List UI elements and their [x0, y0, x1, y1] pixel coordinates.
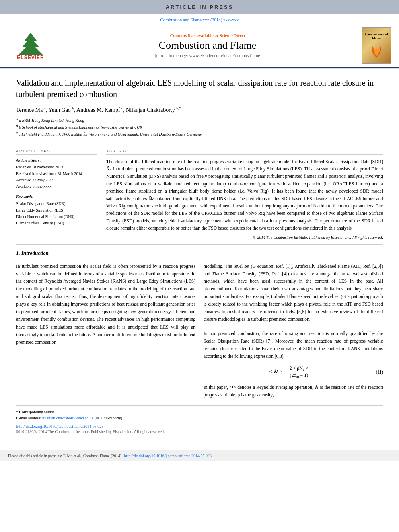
keywords-label: Keywords:: [16, 195, 97, 199]
formula-number: (1i): [376, 369, 383, 375]
divider-2: [16, 244, 383, 245]
keyword-3: Flame Surface Density (FSD): [16, 220, 97, 226]
elsevier-label: ELSEVIER: [17, 55, 44, 60]
abstract-text: The closure of the filtered reaction rat…: [106, 158, 383, 232]
intro-right-text-3: In this paper, <•> denotes a Reynolds av…: [204, 384, 383, 399]
journal-title-center: Contents lists available at ScienceDirec…: [55, 33, 360, 58]
keyword-1: Large Eddy Simulation (LES): [16, 207, 97, 214]
keyword-2: Direct Numerical Simulation (DNS): [16, 214, 97, 220]
article-history-section: Article history: Received 18 November 20…: [16, 158, 97, 190]
keywords-section: Keywords: Scalar Dissipation Rate (SDR) …: [16, 195, 97, 226]
doi-footer: http://dx.doi.org/10.1016/j.combustflame…: [16, 424, 383, 429]
doi-header-line: Combustion and Flame xxx (2014) xxx–xxx: [0, 17, 399, 22]
cover-flame-icon: [364, 42, 389, 58]
header-area: Combustion and Flame xxx (2014) xxx–xxx …: [0, 14, 399, 69]
footnote-section: * Corresponding author. E-mail address: …: [16, 405, 383, 421]
corresponding-author-note: * Corresponding author.: [16, 409, 383, 415]
main-content: Validation and implementation of algebra…: [0, 69, 399, 442]
affiliation-b: b b School of Mechanical and Systems Eng…: [16, 123, 383, 130]
abstract-heading: ABSTRACT: [106, 149, 383, 155]
cite-label: Please cite this article in press as: T.…: [8, 454, 123, 458]
authors-line: Terence Ma a, Yuan Gao b, Andreas M. Kem…: [16, 106, 383, 113]
history-item-2: Accepted 27 May 2014: [16, 177, 97, 183]
keyword-0: Scalar Dissipation Rate (SDR): [16, 201, 97, 207]
divider-1: [16, 144, 383, 144]
history-label: Article history:: [16, 158, 97, 162]
body-two-col: In turbulent premixed combustion the sca…: [16, 263, 383, 399]
sciencedirect-line: Contents lists available at ScienceDirec…: [55, 33, 360, 38]
section-1-title: 1. Introduction: [16, 250, 383, 256]
journal-homepage: journal homepage: www.elsevier.com/locat…: [55, 53, 360, 58]
affiliations: a a ERM-Hong Kong Limited, Hong Kong b b…: [16, 117, 383, 138]
affiliation-a: a a ERM-Hong Kong Limited, Hong Kong: [16, 117, 383, 123]
journal-ref: Combustion and Flame xxx (2014) xxx–xxx: [160, 17, 239, 22]
article-in-press-banner: ARTICLE IN PRESS: [0, 0, 399, 14]
cite-link[interactable]: http://dx.doi.org/10.1016/j.combustflame…: [124, 454, 212, 458]
body-right-col: modelling. The level-set (G-equation, Re…: [204, 263, 383, 399]
formula-fraction: 2 < ρNc > (2cm − 1): [288, 365, 311, 379]
intro-right-text-2: In non-premixed combustion, the rate of …: [204, 330, 383, 360]
blue-divider: [0, 67, 399, 68]
bottom-footer: Please cite this article in press as: T.…: [0, 450, 399, 461]
abstract-col: ABSTRACT The closure of the filtered rea…: [106, 149, 383, 240]
article-title: Validation and implementation of algebra…: [16, 77, 383, 100]
formula-block: < ẇ > = 2 < ρNc > (2cm − 1) (1i): [204, 365, 383, 379]
email-note: E-mail address: nilanjan.chakraborty@ncl…: [16, 415, 383, 421]
elsevier-logo: ELSEVIER: [6, 31, 55, 60]
journal-cover: Combustion and Flame: [360, 27, 393, 64]
issn-line: 0010-2180/© 2014 The Combustion Institut…: [16, 429, 383, 434]
history-item-3: Available online xxxx: [16, 183, 97, 190]
history-item-0: Received 18 November 2013: [16, 164, 97, 170]
formula-denominator: (2cm − 1): [288, 372, 310, 379]
article-info-abstract-section: ARTICLE INFO Article history: Received 1…: [16, 149, 383, 240]
formula-content: < ẇ > = 2 < ρNc > (2cm − 1): [204, 365, 376, 379]
journal-name-heading: Combustion and Flame: [55, 39, 360, 51]
sciencedirect-brand: ScienceDirect: [219, 33, 245, 38]
cover-title: Combustion and Flame: [364, 33, 389, 40]
affiliation-c: c c Lehrstuhl Fluiddynamik, IVG, Institu…: [16, 130, 383, 137]
formula-lhs: < ẇ > =: [269, 368, 287, 374]
copyright-line: © 2014 The Combustion Institute. Publish…: [106, 235, 383, 240]
formula-numerator: 2 < ρNc >: [288, 365, 311, 372]
authors: Terence Ma a, Yuan Gao b, Andreas M. Kem…: [16, 107, 181, 113]
intro-right-text-1: modelling. The level-set (G-equation, Re…: [204, 263, 383, 324]
journal-cover-box: Combustion and Flame: [362, 27, 391, 64]
intro-left-text: In turbulent premixed combustion the sca…: [16, 263, 195, 347]
body-left-col: In turbulent premixed combustion the sca…: [16, 263, 195, 399]
history-item-1: Received in revised form 31 March 2014: [16, 170, 97, 177]
email-link[interactable]: nilanjan.chakraborty@ncl.ac.uk: [42, 416, 94, 420]
article-info-col: ARTICLE INFO Article history: Received 1…: [16, 149, 97, 240]
article-info-heading: ARTICLE INFO: [16, 149, 97, 155]
elsevier-tree-icon: [14, 31, 47, 55]
journal-header: ELSEVIER Contents lists available at Sci…: [0, 24, 399, 67]
svg-marker-1: [19, 33, 43, 55]
